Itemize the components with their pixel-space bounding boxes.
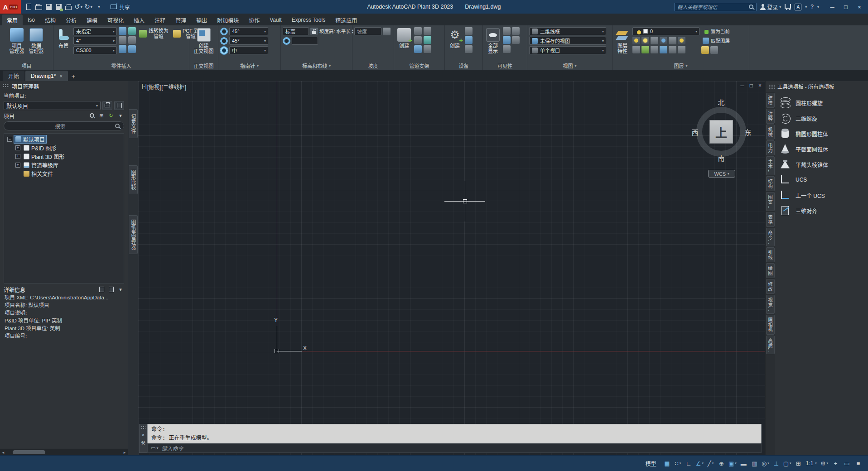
ribbon-tab[interactable]: 结构 bbox=[40, 14, 61, 25]
autodesk-app-icon[interactable]: A bbox=[795, 4, 801, 10]
tool-cylindrical-helix[interactable]: 圆柱形螺旋 bbox=[777, 96, 866, 110]
compass-tilt-toggle-icon[interactable] bbox=[220, 28, 228, 35]
layer-fade-icon[interactable] bbox=[701, 46, 709, 54]
pipe-accessory-icon[interactable] bbox=[128, 36, 136, 44]
ribbon-tab[interactable]: 常用 bbox=[2, 14, 23, 25]
pipe-bend-icon[interactable] bbox=[119, 27, 126, 35]
app-store-cart-icon[interactable] bbox=[785, 4, 791, 9]
equipment-attach-icon[interactable] bbox=[465, 45, 473, 53]
pipe-support-part-icon[interactable] bbox=[128, 45, 136, 53]
support-detach-icon[interactable] bbox=[424, 45, 431, 53]
palette-group-tab[interactable]: 土木... bbox=[766, 156, 775, 175]
hide-selected-icon[interactable] bbox=[503, 27, 511, 35]
ucs-origin-box[interactable] bbox=[275, 349, 279, 353]
ribbon-tab[interactable]: Express Tools bbox=[287, 14, 330, 25]
layer-unlock-icon[interactable] bbox=[669, 46, 676, 53]
ribbon-tab[interactable]: 管理 bbox=[170, 14, 191, 25]
layer-previous-icon[interactable] bbox=[660, 46, 667, 53]
snap-mode-icon[interactable]: ∷▾ bbox=[673, 458, 683, 469]
file-tab-drawing1[interactable]: Drawing1* × bbox=[25, 71, 68, 81]
tool-previous-ucs[interactable]: 上一个 UCS bbox=[777, 188, 866, 202]
lineweight-icon[interactable]: ▬ bbox=[738, 458, 749, 469]
ribbon-tab[interactable]: 精选应用 bbox=[330, 14, 362, 25]
layer-properties-button[interactable]: 图层特性 bbox=[614, 27, 631, 55]
app-menu-button[interactable]: A P3D bbox=[0, 0, 21, 14]
layer-unisolate-icon[interactable] bbox=[669, 37, 676, 44]
details-menu-caret-icon[interactable]: ▾ bbox=[117, 286, 124, 293]
pipe-joint-icon[interactable] bbox=[119, 36, 126, 44]
tree-item[interactable]: + Plant 3D 图形 bbox=[4, 152, 124, 161]
tree-expander[interactable]: − bbox=[7, 137, 12, 142]
panel-flyout-caret-icon[interactable]: ▾ bbox=[685, 64, 687, 68]
scroll-left-icon[interactable]: ◂ bbox=[0, 450, 6, 455]
horizontal-scrollbar[interactable]: ◂ ▸ bbox=[0, 449, 128, 455]
layer-isolate-icon[interactable] bbox=[660, 37, 667, 44]
ribbon-tab[interactable]: Iso bbox=[23, 14, 40, 25]
palette-group-tab[interactable]: 视觉... bbox=[766, 295, 775, 314]
palette-group-tab[interactable]: 表格 bbox=[766, 212, 775, 227]
compass-rotation-toggle-icon[interactable] bbox=[220, 37, 228, 45]
project-search-input[interactable]: 搜索 bbox=[4, 121, 124, 130]
layer-merge-icon[interactable] bbox=[632, 46, 640, 53]
show-selected-icon[interactable] bbox=[503, 36, 511, 44]
palette-group-tab[interactable]: 命令... bbox=[766, 228, 775, 247]
ribbon-tab[interactable]: 输出 bbox=[191, 14, 212, 25]
drawing-close-icon[interactable]: × bbox=[758, 82, 762, 89]
maximize-button[interactable]: □ bbox=[839, 0, 853, 14]
support-type-3-icon[interactable] bbox=[414, 45, 422, 53]
palette-group-tab[interactable]: 图案... bbox=[766, 192, 775, 211]
tool-frustum-cone[interactable]: 平截面圆锥体 bbox=[777, 142, 866, 156]
plot-button[interactable] bbox=[63, 1, 73, 12]
search-icon[interactable] bbox=[749, 5, 753, 9]
palette-group-tab[interactable]: 结构 bbox=[766, 176, 775, 191]
help-button[interactable]: ? bbox=[810, 4, 814, 10]
palette-group-tab[interactable]: 引线 bbox=[766, 247, 775, 262]
layer-walk-icon[interactable] bbox=[678, 37, 685, 44]
annotation-scale-button[interactable]: 1:1▾ bbox=[805, 458, 818, 469]
layer-off-icon[interactable] bbox=[632, 37, 640, 44]
viewport-config-select[interactable]: 单个视口▾ bbox=[529, 46, 606, 54]
routing-compass-icon[interactable] bbox=[283, 37, 290, 45]
layer-lock-icon[interactable] bbox=[651, 37, 658, 44]
layer-select[interactable]: 0▾ bbox=[632, 27, 699, 35]
command-customize-icon[interactable]: ⚒ bbox=[141, 440, 145, 446]
apps-caret-icon[interactable]: ▾ bbox=[805, 5, 807, 9]
compass-snap-toggle-icon[interactable] bbox=[220, 47, 228, 54]
signin-caret-icon[interactable]: ▾ bbox=[779, 5, 781, 9]
palette-group-tab[interactable]: 电力 bbox=[766, 140, 775, 155]
annotation-monitor-icon[interactable]: + bbox=[830, 458, 841, 469]
isometric-drafting-icon[interactable]: ╱▾ bbox=[705, 458, 716, 469]
create-ortho-view-button[interactable]: 创建正交视图 bbox=[193, 27, 215, 55]
minimize-button[interactable]: ─ bbox=[825, 0, 839, 14]
compass-tilt-angle-select[interactable]: 45°▾ bbox=[229, 27, 268, 35]
panel-flyout-caret-icon[interactable]: ▾ bbox=[329, 64, 331, 68]
layer-settings-icon[interactable] bbox=[710, 46, 718, 54]
palette-title-bar[interactable]: 项目管理器 bbox=[0, 81, 128, 91]
drawing-canvas[interactable]: [-] [俯视] [二维线框] ─ □ × Y X 上 北 南 西 bbox=[138, 81, 765, 455]
panel-flyout-caret-icon[interactable]: ▾ bbox=[257, 64, 259, 68]
support-edit-icon[interactable] bbox=[424, 27, 431, 35]
hide-others-icon[interactable] bbox=[512, 27, 520, 35]
tree-expander[interactable]: + bbox=[15, 154, 20, 159]
drawing-minimize-icon[interactable]: ─ bbox=[740, 82, 744, 89]
command-input[interactable]: ▭▾ 键入命令 bbox=[147, 443, 762, 453]
palette-group-tab[interactable]: 机械 bbox=[766, 125, 775, 139]
help-caret-icon[interactable]: ▾ bbox=[817, 5, 819, 9]
3d-object-snap-icon[interactable]: ◎▾ bbox=[760, 458, 771, 469]
data-manager-button[interactable]: 数据管理器 bbox=[28, 27, 45, 55]
project-setup-button[interactable] bbox=[102, 101, 112, 110]
anchored-palette-tab[interactable]: 记录文件 bbox=[129, 109, 138, 138]
details-copy-icon[interactable] bbox=[98, 286, 105, 293]
equipment-modify-icon[interactable] bbox=[465, 27, 473, 35]
help-search-input[interactable]: 键入关键字或短语 bbox=[674, 3, 757, 11]
project-manager-button[interactable]: 项目管理器 bbox=[8, 27, 26, 55]
tool-frustum-pyramid[interactable]: 平截头棱锥体 bbox=[777, 157, 866, 172]
drawing-restore-icon[interactable]: □ bbox=[750, 82, 753, 89]
polar-tracking-icon[interactable]: ∠▾ bbox=[694, 458, 705, 469]
pipe-spec-select[interactable]: 未指定▾ bbox=[73, 27, 117, 35]
anchored-palette-tab[interactable]: 图纸集管理器 bbox=[129, 215, 138, 254]
details-export-icon[interactable] bbox=[107, 286, 115, 293]
layer-on-all-icon[interactable] bbox=[641, 46, 649, 53]
elevation-lock-icon[interactable] bbox=[310, 28, 318, 35]
palette-grip-icon[interactable] bbox=[768, 84, 775, 89]
